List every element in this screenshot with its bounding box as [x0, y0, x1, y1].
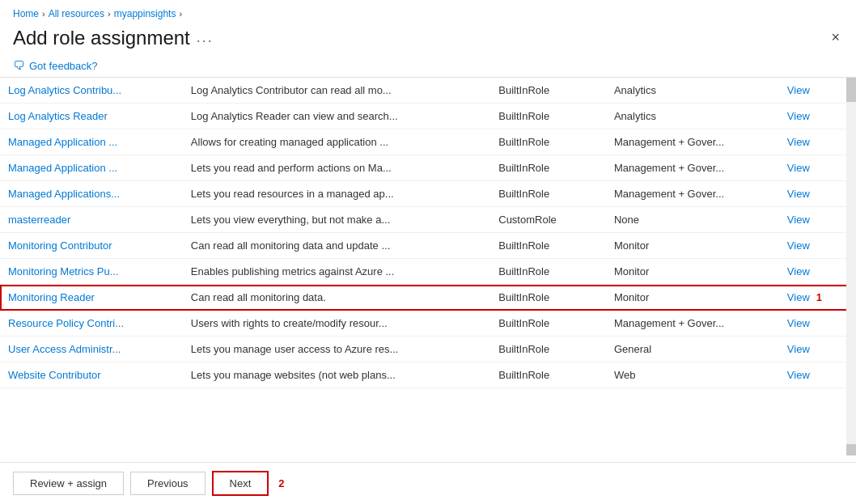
- role-description: Log Analytics Reader can view and search…: [183, 104, 490, 129]
- role-description: Users with rights to create/modify resou…: [183, 311, 490, 337]
- role-name: Monitoring Metrics Pu...: [0, 259, 183, 285]
- role-description: Lets you manage user access to Azure res…: [183, 337, 490, 362]
- role-description: Enables publishing metrics against Azure…: [183, 259, 490, 285]
- title-row: Add role assignment ...: [13, 27, 214, 49]
- role-name: Resource Policy Contri...: [0, 311, 183, 337]
- role-view-link[interactable]: View: [779, 311, 856, 337]
- breadcrumb-sep-1: ›: [42, 9, 45, 19]
- role-type: BuiltInRole: [490, 155, 606, 181]
- roles-table: Log Analytics Contribu...Log Analytics C…: [0, 78, 856, 388]
- feedback-person-icon: 🗨: [13, 59, 24, 72]
- role-name: Managed Applications...: [0, 181, 183, 207]
- role-name: masterreader: [0, 207, 183, 233]
- role-category: Management + Gover...: [606, 129, 779, 155]
- role-type: BuiltInRole: [490, 259, 606, 285]
- role-category: Analytics: [606, 104, 779, 129]
- footer: Review + assign Previous Next 2: [0, 462, 856, 504]
- role-view-link[interactable]: View: [779, 233, 856, 259]
- scrollbar[interactable]: [846, 78, 856, 455]
- scrollbar-thumb-top[interactable]: [846, 78, 856, 102]
- table-row[interactable]: Resource Policy Contri...Users with righ…: [0, 311, 856, 337]
- role-category: Monitor: [606, 259, 779, 285]
- roles-table-container: Log Analytics Contribu...Log Analytics C…: [0, 77, 856, 455]
- role-view-link[interactable]: View: [779, 104, 856, 129]
- breadcrumb-myappinsights[interactable]: myappinsights: [114, 8, 176, 19]
- breadcrumb: Home › All resources › myappinsights ›: [0, 0, 856, 23]
- role-description: Lets you manage websites (not web plans.…: [183, 362, 490, 388]
- role-description: Log Analytics Contributor can read all m…: [183, 78, 490, 104]
- role-category: Web: [606, 362, 779, 388]
- feedback-bar: 🗨 Got feedback?: [0, 56, 856, 77]
- role-description: Allows for creating managed application …: [183, 129, 490, 155]
- role-description: Can read all monitoring data.: [183, 285, 490, 311]
- next-badge: 2: [278, 477, 284, 489]
- table-row[interactable]: Managed Application ...Allows for creati…: [0, 129, 856, 155]
- table-row[interactable]: Log Analytics Contribu...Log Analytics C…: [0, 78, 856, 104]
- role-description: Lets you read resources in a managed ap.…: [183, 181, 490, 207]
- close-icon[interactable]: ×: [828, 26, 843, 49]
- page-header: Add role assignment ... ×: [0, 23, 856, 56]
- role-type: BuiltInRole: [490, 285, 606, 311]
- table-row[interactable]: Monitoring Metrics Pu...Enables publishi…: [0, 259, 856, 285]
- role-category: Management + Gover...: [606, 311, 779, 337]
- previous-button[interactable]: Previous: [130, 472, 206, 495]
- role-type: CustomRole: [490, 207, 606, 233]
- role-category: Analytics: [606, 78, 779, 104]
- feedback-link[interactable]: Got feedback?: [29, 60, 98, 72]
- role-category: None: [606, 207, 779, 233]
- table-row[interactable]: Website ContributorLets you manage websi…: [0, 362, 856, 388]
- role-view-link[interactable]: View: [779, 181, 856, 207]
- table-row[interactable]: Monitoring ReaderCan read all monitoring…: [0, 285, 856, 311]
- table-row[interactable]: User Access Administr...Lets you manage …: [0, 337, 856, 362]
- scrollbar-thumb-bottom[interactable]: [846, 444, 856, 455]
- role-description: Lets you view everything, but not make a…: [183, 207, 490, 233]
- role-view-link[interactable]: View: [779, 78, 856, 104]
- role-type: BuiltInRole: [490, 181, 606, 207]
- role-type: BuiltInRole: [490, 311, 606, 337]
- role-view-link[interactable]: View: [779, 337, 856, 362]
- role-description: Can read all monitoring data and update …: [183, 233, 490, 259]
- breadcrumb-sep-2: ›: [108, 9, 111, 19]
- role-view-link[interactable]: View: [779, 362, 856, 388]
- role-category: General: [606, 337, 779, 362]
- role-view-link[interactable]: View1: [779, 285, 856, 311]
- role-type: BuiltInRole: [490, 104, 606, 129]
- role-type: BuiltInRole: [490, 78, 606, 104]
- review-assign-button[interactable]: Review + assign: [13, 472, 124, 495]
- role-name: Managed Application ...: [0, 155, 183, 181]
- role-name: User Access Administr...: [0, 337, 183, 362]
- role-description: Lets you read and perform actions on Ma.…: [183, 155, 490, 181]
- role-category: Management + Gover...: [606, 155, 779, 181]
- role-category: Monitor: [606, 285, 779, 311]
- role-category: Monitor: [606, 233, 779, 259]
- role-name: Log Analytics Contribu...: [0, 78, 183, 104]
- role-view-link[interactable]: View: [779, 259, 856, 285]
- role-name: Log Analytics Reader: [0, 104, 183, 129]
- more-icon[interactable]: ...: [197, 29, 214, 46]
- table-row[interactable]: Managed Application ...Lets you read and…: [0, 155, 856, 181]
- table-row[interactable]: Monitoring ContributorCan read all monit…: [0, 233, 856, 259]
- role-view-link[interactable]: View: [779, 129, 856, 155]
- role-name: Monitoring Contributor: [0, 233, 183, 259]
- next-button[interactable]: Next: [212, 471, 269, 496]
- role-category: Management + Gover...: [606, 181, 779, 207]
- role-view-link[interactable]: View: [779, 155, 856, 181]
- role-type: BuiltInRole: [490, 233, 606, 259]
- role-type: BuiltInRole: [490, 129, 606, 155]
- role-name: Monitoring Reader: [0, 285, 183, 311]
- page-title: Add role assignment: [13, 27, 190, 49]
- role-name: Managed Application ...: [0, 129, 183, 155]
- row-badge: 1: [816, 291, 822, 303]
- breadcrumb-all-resources[interactable]: All resources: [49, 8, 104, 19]
- table-row[interactable]: Managed Applications...Lets you read res…: [0, 181, 856, 207]
- role-view-link[interactable]: View: [779, 207, 856, 233]
- breadcrumb-sep-3: ›: [179, 9, 182, 19]
- table-row[interactable]: masterreaderLets you view everything, bu…: [0, 207, 856, 233]
- table-row[interactable]: Log Analytics ReaderLog Analytics Reader…: [0, 104, 856, 129]
- role-type: BuiltInRole: [490, 362, 606, 388]
- breadcrumb-home[interactable]: Home: [13, 8, 39, 19]
- role-name: Website Contributor: [0, 362, 183, 388]
- role-type: BuiltInRole: [490, 337, 606, 362]
